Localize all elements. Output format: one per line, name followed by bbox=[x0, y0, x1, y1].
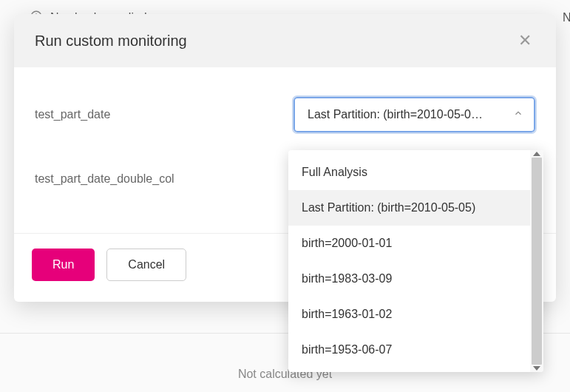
form-label-1: test_part_date_double_col bbox=[35, 172, 294, 186]
scroll-down-arrow-icon[interactable] bbox=[533, 366, 540, 371]
partition-dropdown: Full AnalysisLast Partition: (birth=2010… bbox=[288, 150, 543, 372]
dropdown-item[interactable]: Full Analysis bbox=[288, 155, 530, 190]
modal-header: Run custom monitoring ✕ bbox=[14, 14, 556, 67]
close-button[interactable]: ✕ bbox=[515, 30, 535, 51]
cancel-button[interactable]: Cancel bbox=[106, 249, 186, 281]
dropdown-scrollbar[interactable] bbox=[530, 150, 543, 372]
close-icon: ✕ bbox=[518, 31, 532, 50]
dropdown-item[interactable]: birth=1953-06-07 bbox=[288, 332, 530, 368]
partition-select-0[interactable]: Last Partition: (birth=2010-05-0… bbox=[294, 97, 535, 132]
dropdown-item[interactable]: birth=2000-01-01 bbox=[288, 226, 530, 261]
dropdown-item[interactable]: birth=1983-03-09 bbox=[288, 261, 530, 297]
scroll-thumb[interactable] bbox=[532, 158, 542, 365]
scroll-up-arrow-icon[interactable] bbox=[533, 152, 540, 156]
dropdown-list: Full AnalysisLast Partition: (birth=2010… bbox=[288, 150, 530, 372]
backdrop-side-text: N bbox=[563, 0, 570, 36]
form-label-0: test_part_date bbox=[35, 108, 294, 121]
dropdown-item[interactable]: Last Partition: (birth=2010-05-05) bbox=[288, 190, 530, 226]
form-row: test_part_date Last Partition: (birth=20… bbox=[35, 97, 535, 132]
dropdown-item[interactable]: birth=1963-01-02 bbox=[288, 297, 530, 332]
run-button[interactable]: Run bbox=[32, 249, 95, 281]
modal-title: Run custom monitoring bbox=[35, 33, 187, 50]
select-wrapper-0: Last Partition: (birth=2010-05-0… bbox=[294, 97, 535, 132]
